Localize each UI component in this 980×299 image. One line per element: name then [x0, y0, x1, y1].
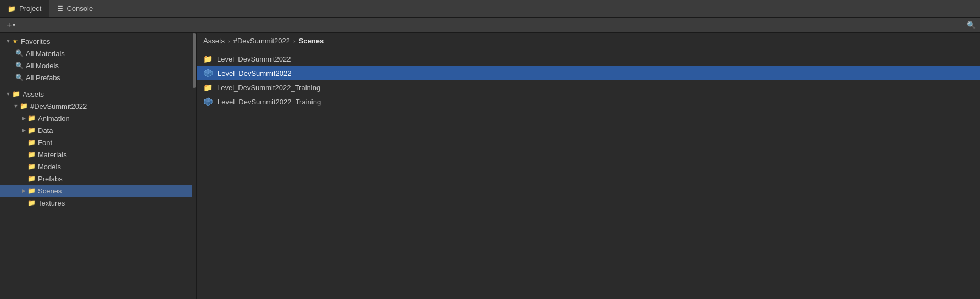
devsummit-expand-icon: ▼: [12, 103, 20, 109]
sidebar-item-all-models[interactable]: 🔍 All Models: [0, 59, 192, 71]
devsummit-folder-icon: 📁: [20, 102, 28, 110]
materials-folder-icon: 📁: [27, 151, 36, 158]
file-item-level-scene[interactable]: Level_DevSummit2022: [197, 66, 980, 80]
level-folder-icon: 📁: [203, 54, 213, 63]
favorites-label: Favorites: [21, 37, 50, 46]
tab-project[interactable]: 📁 Project: [0, 0, 49, 17]
search-prefabs-icon: 🔍: [15, 74, 24, 81]
breadcrumb: Assets › #DevSummit2022 › Scenes: [197, 33, 980, 49]
left-panel[interactable]: ▼ ★ Favorites 🔍 All Materials 🔍 All Mode…: [0, 33, 192, 299]
scroll-thumb: [193, 33, 196, 88]
search-materials-icon: 🔍: [15, 49, 24, 57]
assets-expand-icon: ▼: [4, 91, 12, 97]
file-item-level-training-scene[interactable]: Level_DevSummit2022_Training: [197, 95, 980, 109]
font-folder-icon: 📁: [27, 139, 36, 146]
breadcrumb-sep-1: ›: [228, 38, 230, 45]
textures-folder-icon: 📁: [27, 199, 36, 207]
console-tab-icon: ☰: [57, 5, 63, 13]
sidebar-item-assets[interactable]: ▼ 📁 Assets: [0, 88, 192, 100]
font-label: Font: [38, 139, 52, 147]
sidebar-item-animation[interactable]: ▶ 📁 Animation: [0, 112, 192, 124]
assets-label: Assets: [23, 90, 44, 98]
sidebar-item-all-materials[interactable]: 🔍 All Materials: [0, 47, 192, 59]
prefabs-label: Prefabs: [38, 175, 63, 183]
add-button[interactable]: + ▾: [4, 19, 18, 31]
file-list: 📁 Level_DevSummit2022 Level_De: [197, 49, 980, 299]
sidebar-item-data[interactable]: ▶ 📁 Data: [0, 124, 192, 136]
toolbar: + ▾ 🔍: [0, 18, 980, 33]
sidebar-item-prefabs[interactable]: 📁 Prefabs: [0, 173, 192, 185]
breadcrumb-scenes[interactable]: Scenes: [299, 37, 324, 45]
all-materials-label: All Materials: [26, 49, 65, 58]
scenes-expand-icon: ▶: [20, 188, 27, 193]
sidebar-item-font[interactable]: 📁 Font: [0, 136, 192, 148]
panel-scrollbar[interactable]: [192, 33, 197, 299]
sidebar-item-scenes[interactable]: ▶ 📁 Scenes: [0, 185, 192, 197]
tab-project-label: Project: [19, 4, 41, 13]
devsummit-label: #DevSummit2022: [30, 102, 87, 110]
search-models-icon: 🔍: [15, 62, 24, 69]
all-models-label: All Models: [26, 62, 59, 70]
breadcrumb-sep-2: ›: [293, 38, 296, 45]
sidebar-item-materials[interactable]: 📁 Materials: [0, 148, 192, 160]
main-content: ▼ ★ Favorites 🔍 All Materials 🔍 All Mode…: [0, 33, 980, 299]
data-label: Data: [38, 126, 53, 135]
level-training-folder-icon: 📁: [203, 83, 213, 92]
sidebar-item-textures[interactable]: 📁 Textures: [0, 197, 192, 209]
sidebar-item-models[interactable]: 📁 Models: [0, 160, 192, 173]
tab-console[interactable]: ☰ Console: [49, 0, 101, 17]
animation-folder-icon: 📁: [27, 114, 36, 122]
search-area: 🔍: [967, 21, 976, 29]
data-folder-icon: 📁: [27, 126, 36, 134]
assets-folder-icon: 📁: [12, 90, 20, 98]
favorites-expand-icon: ▼: [4, 38, 12, 44]
file-item-level-folder[interactable]: 📁 Level_DevSummit2022: [197, 52, 980, 66]
project-tab-icon: 📁: [8, 5, 16, 13]
breadcrumb-assets[interactable]: Assets: [203, 37, 225, 45]
tab-console-label: Console: [66, 4, 93, 13]
right-panel: Assets › #DevSummit2022 › Scenes 📁 Level…: [197, 33, 980, 299]
add-plus-label: +: [7, 20, 12, 30]
favorites-section: ▼ ★ Favorites 🔍 All Materials 🔍 All Mode…: [0, 33, 192, 86]
level-scene-icon: [203, 68, 213, 78]
materials-label: Materials: [38, 151, 67, 159]
animation-expand-icon: ▶: [20, 115, 27, 121]
scenes-label: Scenes: [38, 187, 62, 195]
assets-section: ▼ 📁 Assets ▼ 📁 #DevSummit2022 ▶ 📁 Animat…: [0, 86, 192, 211]
textures-label: Textures: [38, 199, 65, 207]
prefabs-folder-icon: 📁: [27, 175, 36, 182]
level-scene-label: Level_DevSummit2022: [218, 69, 291, 77]
level-training-scene-label: Level_DevSummit2022_Training: [218, 98, 321, 106]
sidebar-item-devsummit2022[interactable]: ▼ 📁 #DevSummit2022: [0, 100, 192, 112]
level-folder-label: Level_DevSummit2022: [217, 55, 291, 63]
sidebar-item-all-prefabs[interactable]: 🔍 All Prefabs: [0, 71, 192, 84]
scenes-folder-icon: 📁: [27, 187, 36, 195]
star-icon: ★: [12, 37, 18, 45]
sidebar-item-favorites[interactable]: ▼ ★ Favorites: [0, 35, 192, 47]
animation-label: Animation: [38, 114, 70, 123]
breadcrumb-devsummit[interactable]: #DevSummit2022: [233, 37, 290, 45]
models-label: Models: [38, 163, 61, 171]
tab-bar: 📁 Project ☰ Console: [0, 0, 980, 18]
level-training-scene-icon: [203, 97, 213, 107]
all-prefabs-label: All Prefabs: [26, 74, 60, 82]
models-folder-icon: 📁: [27, 163, 36, 170]
data-expand-icon: ▶: [20, 128, 27, 133]
search-icon: 🔍: [967, 21, 976, 29]
add-chevron-icon: ▾: [13, 22, 15, 28]
level-training-folder-label: Level_DevSummit2022_Training: [217, 84, 320, 92]
file-item-level-training-folder[interactable]: 📁 Level_DevSummit2022_Training: [197, 80, 980, 95]
